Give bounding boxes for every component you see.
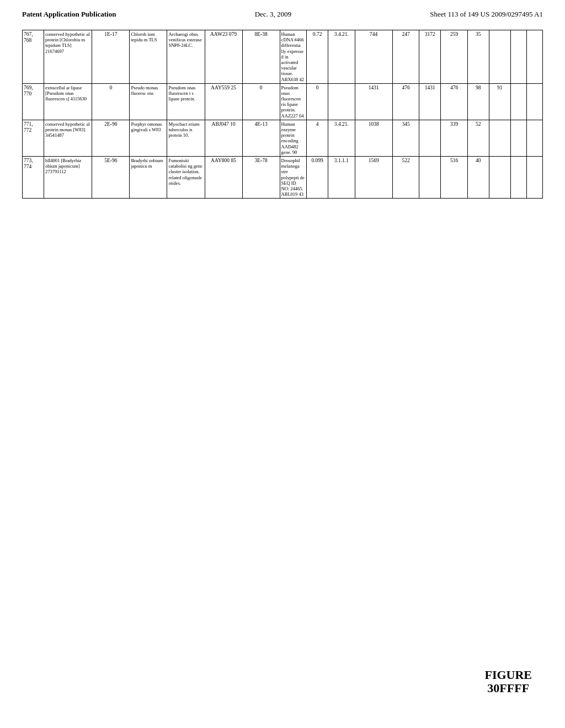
cell-val10 xyxy=(526,156,542,198)
cell-val3: 1431 xyxy=(355,83,392,120)
cell-eval1: 5E-96 xyxy=(92,156,130,198)
cell-desc3: Drosophil melanoga ster polypepti de SEQ… xyxy=(280,156,307,198)
data-table: 767,768 conserved hypothetic al protein … xyxy=(22,30,543,199)
cell-val5 xyxy=(419,120,441,156)
cell-desc3: Human enzyme protein encoding AAD482 gen… xyxy=(280,120,307,156)
cell-acc1: AAY559 25 xyxy=(205,83,242,120)
cell-val5: 1431 xyxy=(419,83,441,120)
cell-organism1: Porphyr omonas gingivali s W83 xyxy=(130,120,167,156)
cell-val3: 1038 xyxy=(355,120,392,156)
cell-eval1: 1E-17 xyxy=(92,30,130,84)
cell-val2: 3.4.21. xyxy=(328,120,355,156)
cell-desc2: Fumonisiti catabolisi ng gene cluster is… xyxy=(167,156,205,198)
cell-desc3: Human cDNA #466 differentia lly expresse… xyxy=(280,30,307,84)
table-row: 771,772 conserved hypothetic al protein … xyxy=(23,120,543,156)
cell-val1: 4 xyxy=(307,120,328,156)
cell-val6: 259 xyxy=(441,30,468,84)
cell-val4: 345 xyxy=(392,120,419,156)
cell-val7: 40 xyxy=(467,156,489,198)
cell-val2: 3.1.1.1 xyxy=(328,156,355,198)
figure-label: FIGURE30FFFF xyxy=(484,668,532,695)
cell-val6: 516 xyxy=(441,156,468,198)
header-center: Dec. 3, 2009 xyxy=(255,10,291,19)
cell-eval1: 0 xyxy=(92,83,130,120)
header-right: Sheet 113 of 149 US 2009/0297495 A1 xyxy=(430,10,543,19)
cell-val10 xyxy=(526,120,542,156)
cell-val3: 744 xyxy=(355,30,392,84)
table-row: 773,774 blI4001 [Bradyrhiz obium japonic… xyxy=(23,156,543,198)
cell-val7: 98 xyxy=(467,83,489,120)
cell-val1: 0.72 xyxy=(307,30,328,84)
cell-acc1: AAY800 85 xyxy=(205,156,242,198)
cell-val6: 339 xyxy=(441,120,468,156)
cell-row-id: 773,774 xyxy=(23,156,44,198)
header-left: Patent Application Publication xyxy=(22,10,116,19)
cell-organism1: Bradyrhi zobium japonicu m xyxy=(130,156,167,198)
cell-val4: 476 xyxy=(392,83,419,120)
cell-eval2: 4E-13 xyxy=(242,120,280,156)
cell-val9 xyxy=(510,83,526,120)
cell-desc2: Pseudom onas fluorescen t s lipase prote… xyxy=(167,83,205,120)
cell-val2 xyxy=(328,83,355,120)
cell-protein-desc: extracellul ar lipase [Pseudom onas fluo… xyxy=(44,83,92,120)
cell-val1: 0.099 xyxy=(307,156,328,198)
cell-val1: 0 xyxy=(307,83,328,120)
cell-val10 xyxy=(526,30,542,84)
cell-protein-desc: conserved hypothetic al protein [Chlorob… xyxy=(44,30,92,84)
cell-acc1: AAW23 079 xyxy=(205,30,242,84)
cell-eval2: 8E-38 xyxy=(242,30,280,84)
cell-val8 xyxy=(489,30,510,84)
cell-val8 xyxy=(489,156,510,198)
cell-val8 xyxy=(489,120,510,156)
cell-desc2: Archaeogi obus venificus esterase SNP8-2… xyxy=(167,30,205,84)
cell-protein-desc: conserved hypothetic al protein monas [W… xyxy=(44,120,92,156)
cell-row-id: 769,770 xyxy=(23,83,44,120)
cell-val2: 3.4.21. xyxy=(328,30,355,84)
cell-val5: 3172 xyxy=(419,30,441,84)
cell-val6: 476 xyxy=(441,83,468,120)
cell-val4: 522 xyxy=(392,156,419,198)
cell-row-id: 767,768 xyxy=(23,30,44,84)
cell-val10 xyxy=(526,83,542,120)
cell-desc3: Pseudom onas fluorescen ris lipase prote… xyxy=(280,83,307,120)
cell-val5 xyxy=(419,156,441,198)
cell-eval2: 3E-78 xyxy=(242,156,280,198)
cell-organism1: Chlorob ium tepidu m TLS xyxy=(130,30,167,84)
cell-val7: 35 xyxy=(467,30,489,84)
cell-desc2: Myocbact erium tuberculos is protein 10. xyxy=(167,120,205,156)
cell-val8: 91 xyxy=(489,83,510,120)
cell-val9 xyxy=(510,156,526,198)
cell-val9 xyxy=(510,30,526,84)
cell-row-id: 771,772 xyxy=(23,120,44,156)
cell-val7: 52 xyxy=(467,120,489,156)
cell-eval1: 2E-96 xyxy=(92,120,130,156)
cell-eval2: 0 xyxy=(242,83,280,120)
cell-val9 xyxy=(510,120,526,156)
cell-organism1: Pseudo monas fluoresc ens xyxy=(130,83,167,120)
table-row: 767,768 conserved hypothetic al protein … xyxy=(23,30,543,84)
table-row: 769,770 extracellul ar lipase [Pseudom o… xyxy=(23,83,543,120)
page-body: 767,768 conserved hypothetic al protein … xyxy=(0,24,565,210)
cell-protein-desc: blI4001 [Bradyrhiz obium japonicum] 2737… xyxy=(44,156,92,198)
cell-acc1: ABJ047 10 xyxy=(205,120,242,156)
cell-val3: 1569 xyxy=(355,156,392,198)
cell-val4: 247 xyxy=(392,30,419,84)
